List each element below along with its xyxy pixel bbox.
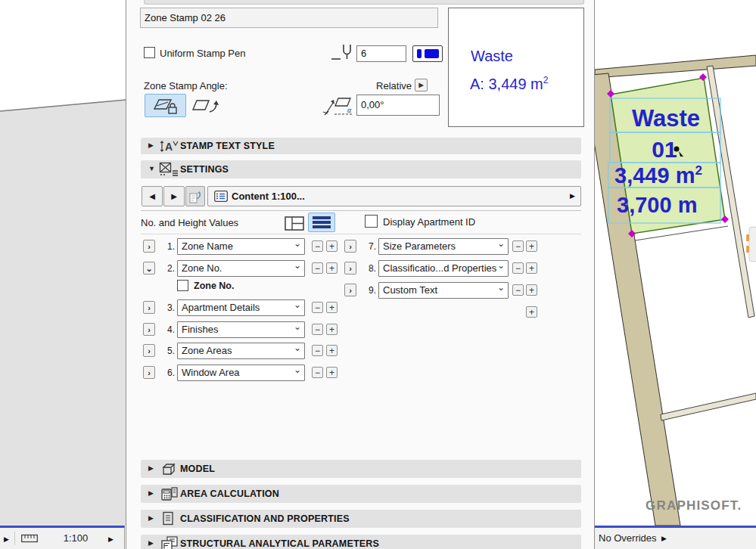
overrides-status[interactable]: No Overrides: [599, 532, 657, 544]
row1-add-button[interactable]: +: [326, 240, 338, 252]
row4-remove-button[interactable]: −: [312, 324, 323, 335]
pen-color-button[interactable]: [412, 45, 443, 62]
dropdown-value: Window Area: [182, 367, 240, 378]
section-label: MODEL: [180, 464, 215, 474]
row4-expand-button[interactable]: ›: [143, 323, 155, 336]
classification-icon: [162, 511, 174, 526]
row-number: 6.: [161, 368, 175, 378]
angle-free-toggle[interactable]: [191, 95, 222, 116]
row5-add-button[interactable]: +: [326, 345, 338, 356]
row1-expand-button[interactable]: ›: [143, 240, 155, 253]
dropdown-value: Finishes: [182, 324, 218, 335]
uniform-stamp-pen-label: Uniform Stamp Pen: [160, 48, 245, 59]
row9-remove-button[interactable]: −: [512, 284, 524, 296]
row6-remove-button[interactable]: −: [312, 367, 323, 378]
zone-stamp-name-field[interactable]: Zone Stamp 02 26: [140, 8, 438, 28]
floor-plan-canvas[interactable]: Waste 01 3,449 m2 3,700 m GRAPHISOFT.: [595, 0, 756, 526]
row7-expand-button[interactable]: ›: [344, 240, 356, 253]
transfer-settings-button[interactable]: [185, 186, 205, 206]
display-apartment-id-checkbox[interactable]: [365, 215, 378, 228]
row7-dropdown[interactable]: Size Parameters ⌄: [378, 238, 509, 255]
scale-ruler-icon[interactable]: [21, 534, 38, 543]
zone-stamp-angle-label: Zone Stamp Angle:: [144, 80, 228, 92]
row4-dropdown[interactable]: Finishes ⌄: [177, 321, 305, 338]
overrides-menu-icon[interactable]: ▶: [661, 535, 667, 542]
layout-rows-toggle[interactable]: [308, 212, 335, 232]
separator: [141, 234, 581, 234]
row6-expand-button[interactable]: ›: [143, 366, 155, 379]
row-number: 3.: [161, 302, 175, 313]
row8-add-button[interactable]: +: [526, 262, 537, 274]
section-settings[interactable]: ▼ SETTINGS: [141, 160, 581, 178]
row7-add-button[interactable]: +: [526, 240, 537, 252]
row9-dropdown[interactable]: Custom Text ⌄: [378, 282, 509, 299]
angle-locked-toggle[interactable]: [145, 94, 186, 117]
chevron-down-icon: ⌄: [294, 260, 301, 271]
graphisoft-logo: GRAPHISOFT.: [646, 498, 742, 513]
chevron-down-icon: ⌄: [294, 364, 301, 375]
row2-expand-button[interactable]: ⌄: [143, 262, 155, 274]
scale-menu-icon[interactable]: ▶: [108, 535, 114, 543]
section-classification-properties[interactable]: ▶ CLASSIFICATION AND PROPERTIES: [141, 510, 581, 528]
preview-zone-area: A: 3,449 m2: [470, 75, 548, 93]
content-selector-bar[interactable]: Content 1:100... ▶: [207, 186, 581, 206]
row9-expand-button[interactable]: ›: [344, 284, 356, 296]
stamp-zone-area: 3,449 m2: [614, 163, 702, 188]
zone-no-sub-checkbox[interactable]: [177, 280, 188, 291]
statusbar-expand-icon[interactable]: ▶: [4, 535, 9, 543]
row2-remove-button[interactable]: −: [312, 262, 323, 274]
row9-add-button[interactable]: +: [526, 284, 537, 296]
area-calculation-icon: [160, 486, 179, 501]
row5-dropdown[interactable]: Zone Areas ⌄: [177, 343, 305, 359]
add-row-button[interactable]: +: [526, 306, 537, 318]
content-next-icon[interactable]: ▶: [570, 192, 575, 200]
row8-remove-button[interactable]: −: [512, 262, 524, 274]
stamp-zone-number: 01: [652, 137, 677, 162]
row5-remove-button[interactable]: −: [312, 345, 323, 356]
row3-remove-button[interactable]: −: [312, 302, 323, 313]
next-content-button[interactable]: ▶: [163, 186, 185, 206]
scale-value[interactable]: 1:100: [57, 532, 95, 544]
row1-remove-button[interactable]: −: [312, 240, 323, 252]
layout-columns-toggle[interactable]: [281, 214, 307, 232]
row8-expand-button[interactable]: ›: [344, 262, 356, 274]
prev-content-button[interactable]: ◀: [142, 186, 163, 206]
row7-remove-button[interactable]: −: [512, 240, 524, 252]
row3-add-button[interactable]: +: [326, 302, 338, 313]
angle-value-field[interactable]: 0,00°: [356, 95, 440, 116]
section-model[interactable]: ▶ MODEL: [141, 460, 581, 478]
preview-zone-name: Waste: [471, 48, 513, 65]
row4-add-button[interactable]: +: [326, 324, 338, 335]
angle-mode-popup-button[interactable]: ▶: [415, 79, 428, 92]
structural-parameters-icon: [160, 536, 179, 549]
section-structural-parameters[interactable]: ▶ STRUCTURAL ANALYTICAL PARAMETERS: [141, 535, 581, 549]
pen-number-field[interactable]: 6: [356, 45, 406, 62]
section-stamp-text-style[interactable]: ▶ A STAMP TEXT STYLE: [141, 138, 581, 154]
row-number: 2.: [161, 263, 175, 274]
section-area-calculation[interactable]: ▶ AREA CALCULATION: [141, 485, 581, 503]
chevron-down-icon: ⌄: [294, 321, 301, 332]
row2-dropdown[interactable]: Zone No. ⌄: [177, 260, 305, 277]
row3-expand-button[interactable]: ›: [143, 301, 155, 314]
model-icon: [160, 461, 179, 476]
row6-add-button[interactable]: +: [326, 367, 338, 378]
uniform-stamp-pen-checkbox[interactable]: [144, 47, 155, 58]
svg-text:A: A: [165, 141, 173, 153]
row-number: 5.: [161, 346, 175, 356]
dropdown-value: Custom Text: [383, 284, 437, 296]
settings-icon: [159, 162, 179, 178]
row1-dropdown[interactable]: Zone Name ⌄: [177, 238, 305, 255]
row3-dropdown[interactable]: Apartment Details ⌄: [177, 299, 305, 316]
collapse-arrow-icon: ▶: [148, 539, 154, 547]
row5-expand-button[interactable]: ›: [143, 344, 155, 357]
row2-add-button[interactable]: +: [326, 262, 338, 274]
row8-dropdown[interactable]: Classificatio...d Properties ⌄: [378, 260, 509, 277]
collapse-arrow-icon: ▶: [148, 141, 154, 149]
dropdown-value: Apartment Details: [182, 302, 260, 313]
content-label: Content 1:100...: [232, 191, 305, 202]
row-number: 8.: [362, 263, 376, 274]
layout-columns-icon: [285, 216, 304, 231]
row6-dropdown[interactable]: Window Area ⌄: [177, 364, 305, 381]
zone-stamp-preview[interactable]: Waste A: 3,449 m2: [448, 8, 584, 127]
preview-area-sup: 2: [543, 75, 549, 85]
